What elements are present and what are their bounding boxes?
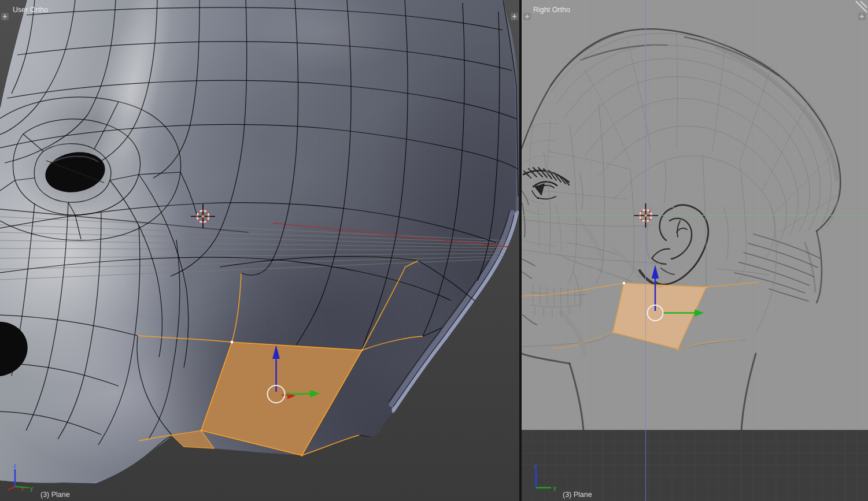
svg-text:(3) Plane: (3) Plane [40, 491, 70, 499]
svg-text:y: y [30, 485, 33, 492]
svg-text:(3) Plane: (3) Plane [563, 491, 592, 499]
svg-text:y: y [553, 485, 556, 491]
svg-text:x: x [21, 485, 24, 492]
svg-text:Right Ortho: Right Ortho [533, 6, 570, 14]
svg-text:z: z [13, 463, 16, 469]
svg-text:z: z [534, 463, 537, 469]
svg-text:User Ortho: User Ortho [13, 6, 48, 14]
